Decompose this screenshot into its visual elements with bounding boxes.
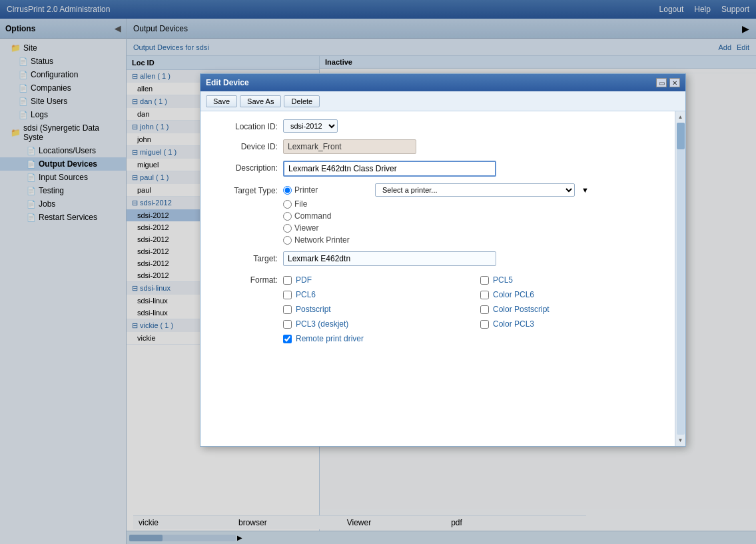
color-pcl3-format[interactable]: Color PCL3 [480,319,664,329]
pcl3-deskjet-checkbox[interactable] [283,320,292,329]
printer-label: Printer [294,185,318,195]
network-printer-option[interactable]: Network Printer [283,235,664,245]
pcl5-label: PCL5 [493,275,513,285]
printer-row: Printer Select a printer... ▼ [283,183,664,197]
format-label: Format: [211,273,278,285]
postscript-label: Postscript [296,305,331,314]
viewer-label: Viewer [294,223,318,233]
postscript-format[interactable]: Postscript [283,305,467,314]
modal-scrollbar: ▲ ▼ [675,111,685,446]
save-button[interactable]: Save [206,95,237,107]
location-id-row: Location ID: sdsi-2012 [211,119,664,133]
modal-toolbar: Save Save As Delete [200,91,685,111]
remote-print-driver-label: Remote print driver [296,334,364,343]
network-printer-radio[interactable] [283,236,292,245]
modal-body: Location ID: sdsi-2012 Device ID: Lexmar… [200,111,685,446]
command-radio[interactable] [283,212,292,221]
pcl6-label: PCL6 [296,290,316,299]
format-row: Format: PDF PCL5 [211,273,664,343]
pcl5-checkbox[interactable] [480,276,489,285]
target-type-control: Printer Select a printer... ▼ File [283,183,664,245]
scroll-down-arrow[interactable]: ▼ [677,436,685,445]
scroll-thumb[interactable] [677,123,685,149]
viewer-radio[interactable] [283,224,292,233]
printer-option[interactable]: Printer [283,185,370,195]
target-control: Lexmark E462dtn [283,251,664,266]
command-option[interactable]: Command [283,211,664,221]
pcl6-format[interactable]: PCL6 [283,290,467,299]
target-type-group: Printer Select a printer... ▼ File [283,183,664,245]
remote-print-driver-option[interactable]: Remote print driver [283,334,664,343]
printer-select[interactable]: Select a printer... [375,183,575,197]
modal-titlebar-actions: ▭ ✕ [656,78,680,87]
target-type-label: Target Type: [211,183,278,195]
target-input[interactable]: Lexmark E462dtn [283,251,496,266]
viewer-option[interactable]: Viewer [283,223,664,233]
device-id-input[interactable]: Lexmark_Front [283,139,416,154]
format-grid: PDF PCL5 PCL6 [283,275,664,329]
modal-content: Location ID: sdsi-2012 Device ID: Lexmar… [200,111,675,446]
scroll-track[interactable] [677,123,685,435]
file-radio[interactable] [283,200,292,209]
delete-button[interactable]: Delete [284,95,320,107]
color-pcl6-format[interactable]: Color PCL6 [480,290,664,299]
device-id-control: Lexmark_Front [283,139,664,154]
description-control: Lexmark E462dtn Class Driver [283,161,664,177]
network-printer-label: Network Printer [294,235,350,245]
description-label: Description: [211,161,278,173]
description-input[interactable]: Lexmark E462dtn Class Driver [283,161,496,177]
format-control: PDF PCL5 PCL6 [283,273,664,343]
color-postscript-format[interactable]: Color Postscript [480,305,664,314]
edit-device-modal: Edit Device ▭ ✕ Save Save As Delete Loca… [200,73,686,447]
color-postscript-checkbox[interactable] [480,305,489,314]
file-label: File [294,199,307,209]
location-id-control: sdsi-2012 [283,119,664,133]
color-pcl3-label: Color PCL3 [493,319,534,329]
modal-overlay: Edit Device ▭ ✕ Save Save As Delete Loca… [0,0,756,544]
color-pcl6-checkbox[interactable] [480,291,489,299]
target-row: Target: Lexmark E462dtn [211,251,664,266]
target-label: Target: [211,251,278,263]
postscript-checkbox[interactable] [283,305,292,314]
printer-radio[interactable] [283,186,292,195]
file-option[interactable]: File [283,199,664,209]
modal-titlebar: Edit Device ▭ ✕ [200,74,685,91]
pdf-checkbox[interactable] [283,276,292,285]
target-type-row: Target Type: Printer Select a printer... [211,183,664,245]
scroll-up-arrow[interactable]: ▲ [677,113,685,121]
modal-close-btn[interactable]: ✕ [669,78,680,87]
pcl5-format[interactable]: PCL5 [480,275,664,285]
device-id-row: Device ID: Lexmark_Front [211,139,664,154]
color-pcl3-checkbox[interactable] [480,320,489,329]
chevron-down-icon: ▼ [581,186,589,194]
remote-print-driver-checkbox[interactable] [283,335,292,343]
modal-title: Edit Device [206,78,249,87]
save-as-button[interactable]: Save As [240,95,281,107]
command-label: Command [294,211,331,221]
pcl3-deskjet-label: PCL3 (deskjet) [296,319,348,329]
location-id-select[interactable]: sdsi-2012 [283,119,338,133]
location-id-label: Location ID: [211,119,278,131]
pdf-label: PDF [296,275,312,285]
color-postscript-label: Color Postscript [493,305,550,314]
pdf-format[interactable]: PDF [283,275,467,285]
color-pcl6-label: Color PCL6 [493,290,534,299]
pcl3-deskjet-format[interactable]: PCL3 (deskjet) [283,319,467,329]
device-id-label: Device ID: [211,139,278,151]
description-row: Description: Lexmark E462dtn Class Drive… [211,161,664,177]
pcl6-checkbox[interactable] [283,291,292,299]
modal-restore-btn[interactable]: ▭ [656,78,667,87]
